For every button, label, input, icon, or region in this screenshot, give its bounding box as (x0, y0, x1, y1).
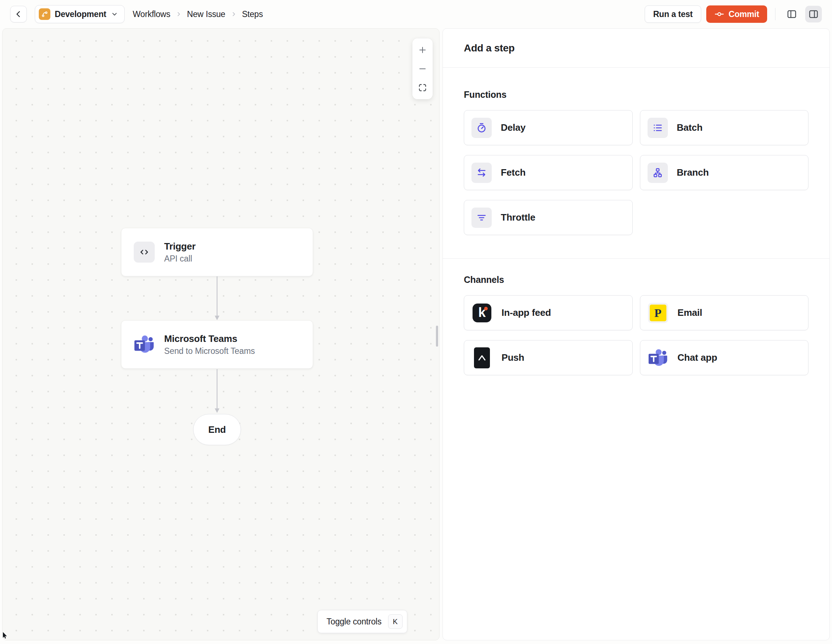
breadcrumb: Workflows New Issue Steps (133, 10, 263, 19)
minus-icon (418, 64, 427, 74)
step-card-branch[interactable]: Branch (640, 155, 809, 190)
channels-section: Channels k In-app feed P Ema (443, 275, 829, 375)
expo-logo-icon (472, 347, 493, 368)
canvas-scrollbar[interactable] (436, 326, 438, 347)
ms-teams-icon (134, 335, 155, 354)
zoom-controls (412, 38, 433, 99)
postmark-logo-icon: P (648, 302, 669, 323)
environment-label: Development (55, 10, 106, 19)
workflow-badge-icon (39, 8, 50, 20)
commit-label: Commit (729, 10, 759, 19)
functions-section: Functions Delay (443, 89, 829, 235)
node-title: Trigger (164, 241, 196, 252)
org-chart-icon (648, 163, 668, 183)
knock-logo-icon: k (472, 302, 493, 323)
chevron-right-icon (175, 11, 182, 18)
commit-icon (714, 9, 724, 19)
run-test-button[interactable]: Run a test (645, 5, 701, 23)
transfer-arrows-icon (472, 163, 492, 183)
panel-right-icon (808, 9, 819, 19)
channels-grid: k In-app feed P Email (464, 295, 808, 375)
fullscreen-icon (418, 83, 427, 93)
breadcrumb-item-steps: Steps (242, 10, 263, 19)
step-card-label: Chat app (678, 352, 717, 363)
toggle-left-panel-button[interactable] (784, 6, 800, 22)
environment-switcher[interactable]: Development (35, 5, 125, 23)
step-card-email[interactable]: P Email (640, 295, 809, 330)
add-step-panel: Add a step Functions Delay (442, 28, 830, 640)
step-card-label: Push (501, 352, 524, 363)
stopwatch-icon (472, 118, 492, 138)
keyboard-shortcut-badge: K (388, 614, 403, 629)
mouse-cursor (3, 632, 8, 639)
toggle-right-panel-button[interactable] (805, 6, 822, 22)
node-subtitle: Send to Microsoft Teams (164, 346, 255, 356)
trigger-node-text: Trigger API call (164, 241, 196, 264)
app-root: Development Workflows New Issue Steps Ru… (0, 0, 832, 644)
step-card-label: Batch (677, 122, 702, 133)
step-card-delay[interactable]: Delay (464, 110, 633, 145)
plus-icon (418, 45, 427, 55)
top-bar-right: Run a test Commit (645, 5, 822, 23)
top-bar-divider (775, 8, 776, 20)
functions-section-label: Functions (464, 89, 808, 100)
workflow-canvas[interactable]: Trigger API call (2, 28, 440, 640)
top-bar-left: Development Workflows New Issue Steps (10, 5, 263, 23)
step-card-in-app-feed[interactable]: k In-app feed (464, 295, 633, 330)
panel-body: Functions Delay (443, 68, 829, 640)
commit-button[interactable]: Commit (706, 5, 767, 23)
main-area: Trigger API call (0, 28, 832, 644)
zoom-out-button[interactable] (414, 59, 431, 78)
panel-title: Add a step (464, 42, 515, 54)
top-bar: Development Workflows New Issue Steps Ru… (0, 0, 832, 28)
zoom-in-button[interactable] (414, 41, 431, 59)
step-card-push[interactable]: Push (464, 340, 633, 375)
fit-view-button[interactable] (414, 78, 431, 97)
section-divider (443, 258, 829, 259)
trigger-node[interactable]: Trigger API call (121, 228, 313, 276)
code-icon (134, 241, 155, 263)
step-card-label: Throttle (501, 212, 535, 223)
step-card-label: Fetch (501, 167, 525, 178)
channels-section-label: Channels (464, 275, 808, 285)
functions-grid: Delay Batch (464, 110, 808, 235)
chevron-left-icon (14, 10, 23, 19)
step-card-label: Branch (677, 167, 709, 178)
node-subtitle: API call (164, 254, 196, 264)
connector-arrow (213, 276, 221, 321)
ms-teams-node[interactable]: Microsoft Teams Send to Microsoft Teams (121, 320, 313, 369)
back-button[interactable] (10, 6, 27, 22)
ms-teams-node-text: Microsoft Teams Send to Microsoft Teams (164, 333, 255, 356)
breadcrumb-item-workflows[interactable]: Workflows (133, 10, 170, 19)
toggle-controls-button[interactable]: Toggle controls K (317, 610, 407, 633)
end-node[interactable]: End (193, 414, 241, 445)
step-card-fetch[interactable]: Fetch (464, 155, 633, 190)
chevron-down-icon (110, 10, 118, 18)
chevron-right-icon (230, 11, 237, 18)
ms-teams-icon (648, 347, 669, 368)
breadcrumb-item-new-issue[interactable]: New Issue (187, 10, 226, 19)
list-icon (648, 118, 668, 138)
step-card-label: In-app feed (501, 307, 551, 318)
step-card-chat-app[interactable]: Chat app (640, 340, 809, 375)
step-card-batch[interactable]: Batch (640, 110, 809, 145)
step-card-throttle[interactable]: Throttle (464, 200, 633, 235)
funnel-lines-icon (472, 208, 492, 228)
step-card-label: Email (678, 307, 702, 318)
panel-left-icon (786, 9, 797, 19)
connector-arrow (213, 369, 221, 413)
step-card-label: Delay (501, 122, 525, 133)
panel-header: Add a step (443, 29, 829, 68)
node-title: Microsoft Teams (164, 333, 255, 344)
toggle-controls-label: Toggle controls (326, 617, 382, 626)
